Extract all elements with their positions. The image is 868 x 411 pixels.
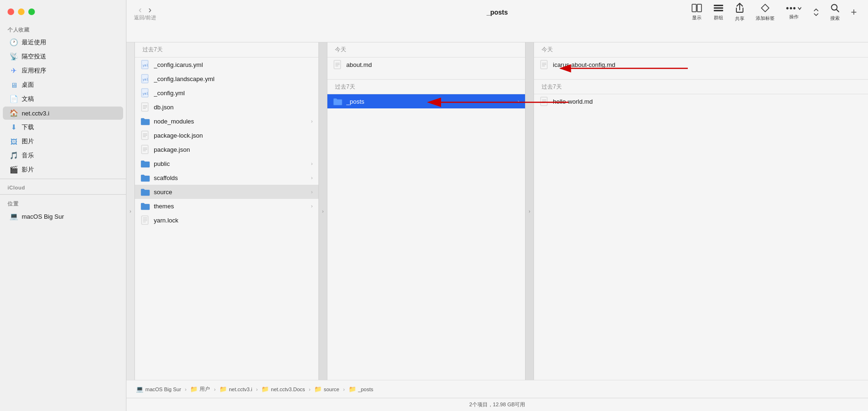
path-item-posts[interactable]: 📁 _posts <box>347 385 375 394</box>
yaml-file-icon: yml <box>141 88 150 98</box>
sidebar-item-home[interactable]: 🏠 net.cctv3.i <box>3 107 123 120</box>
chevron-right-icon: › <box>311 203 313 209</box>
path-item-macos[interactable]: 💻 macOS Big Sur <box>134 385 183 394</box>
path-item-source[interactable]: 📁 source <box>312 385 341 394</box>
file-item-icarus-about[interactable]: icarus-about-config.md <box>534 58 868 72</box>
file-item-package-lock[interactable]: package-lock.json <box>135 128 318 142</box>
file-column-1: 过去7天 yml _config.icarus.yml yml <box>135 42 319 380</box>
back-button[interactable]: ‹ <box>136 4 145 15</box>
yaml-file-icon: yml <box>141 60 150 69</box>
doc-file-icon <box>141 215 150 225</box>
forward-button[interactable]: › <box>146 4 155 15</box>
chevron-right-icon: › <box>311 118 313 124</box>
nav-label: 返回/前进 <box>134 14 156 21</box>
path-label: 用户 <box>200 386 210 393</box>
path-item-netcctv3i[interactable]: 📁 net.cctv3.i <box>217 385 254 394</box>
path-item-netcctv3docs[interactable]: 📁 net.cctv3.Docs <box>259 385 307 394</box>
sidebar-item-airdrop[interactable]: 📡 隔空投送 <box>3 50 123 63</box>
svg-text:yml: yml <box>142 92 149 96</box>
file-item-yarn-lock[interactable]: yarn.lock <box>135 213 318 227</box>
status-bar: 2个项目，12.98 GB可用 <box>126 398 868 411</box>
folder-icon <box>141 173 150 182</box>
tag-label: 添加标签 <box>756 15 775 22</box>
expand-action[interactable] <box>808 6 825 18</box>
toolbar-top: ‹ › 返回/前进 _posts 显示 <box>126 0 868 25</box>
column-header-today-2: 今天 <box>327 42 525 58</box>
sidebar-item-music[interactable]: 🎵 音乐 <box>3 149 123 162</box>
sidebar-item-apps[interactable]: ✈ 应用程序 <box>3 64 123 77</box>
path-label: net.cctv3.i <box>229 386 252 392</box>
collapse-chevron-icon: › <box>529 209 530 214</box>
doc-file-icon <box>540 97 549 106</box>
file-name: hello-world.md <box>553 98 862 105</box>
sidebar-item-desktop[interactable]: 🖥 桌面 <box>3 78 123 91</box>
mac-path-icon: 💻 <box>136 386 143 393</box>
section-gap <box>327 75 525 79</box>
svg-text:yml: yml <box>142 64 149 67</box>
collapse-handle-1[interactable]: › <box>319 42 327 380</box>
file-item-config-yml[interactable]: yml _config.yml <box>135 86 318 100</box>
tag-action[interactable]: 添加标签 <box>750 1 780 24</box>
sidebar-item-label: 下载 <box>22 123 34 132</box>
home-icon: 🏠 <box>9 109 18 117</box>
file-item-hello-world[interactable]: hello-world.md <box>534 94 868 108</box>
file-item-source[interactable]: source › <box>135 185 318 199</box>
folder-icon <box>141 201 150 211</box>
path-item-user[interactable]: 📁 用户 <box>188 385 212 394</box>
file-name: _config.icarus.yml <box>154 61 313 68</box>
display-action[interactable]: 显示 <box>686 2 708 23</box>
close-button[interactable] <box>8 8 14 15</box>
file-name: yarn.lock <box>154 217 313 224</box>
share-action[interactable]: 共享 <box>729 1 750 24</box>
collapse-chevron-icon: › <box>130 209 131 214</box>
file-item-config-icarus[interactable]: yml _config.icarus.yml <box>135 58 318 72</box>
more-action[interactable]: ••• 操作 <box>780 2 808 22</box>
sidebar-item-macos[interactable]: 💻 macOS Big Sur <box>3 210 123 223</box>
folder-path-icon: 📁 <box>314 386 322 393</box>
group-action[interactable]: 群组 <box>708 2 729 23</box>
sidebar-item-photos[interactable]: 🖼 图片 <box>3 135 123 148</box>
file-name: public <box>154 160 307 167</box>
apps-icon: ✈ <box>9 66 18 75</box>
sidebar-item-movies[interactable]: 🎬 影片 <box>3 163 123 176</box>
file-name: scaffolds <box>154 174 307 181</box>
collapse-handle-2[interactable]: › <box>526 42 534 380</box>
file-item-public[interactable]: public › <box>135 156 318 171</box>
file-item-themes[interactable]: themes › <box>135 199 318 213</box>
svg-rect-26 <box>142 216 148 224</box>
file-name: themes <box>154 203 307 210</box>
sidebar-item-recent[interactable]: 🕐 最近使用 <box>3 36 123 49</box>
doc-file-icon <box>141 145 150 154</box>
folder-icon <box>141 187 150 197</box>
sidebar-item-label: macOS Big Sur <box>22 213 64 220</box>
main-area: ‹ › 返回/前进 _posts 显示 <box>126 0 868 411</box>
file-item-scaffolds[interactable]: scaffolds › <box>135 171 318 185</box>
minimize-button[interactable] <box>18 8 25 15</box>
file-column-3: 今天 icarus-about-config.md 过去7天 <box>534 42 868 380</box>
file-name: node_modules <box>154 118 307 125</box>
file-item-node-modules[interactable]: node_modules › <box>135 114 318 128</box>
path-separator: › <box>214 386 216 392</box>
chevron-down-icon <box>797 6 802 11</box>
folder-path-icon: 📁 <box>349 386 356 393</box>
share-icon <box>735 3 744 15</box>
maximize-button[interactable] <box>28 8 35 15</box>
more-label: 操作 <box>789 14 799 20</box>
sidebar-item-downloads[interactable]: ⬇ 下载 <box>3 121 123 134</box>
yaml-file-icon: yml <box>141 74 150 83</box>
add-button[interactable]: + <box>847 6 860 19</box>
file-item-db-json[interactable]: db.json <box>135 100 318 114</box>
file-item-package-json[interactable]: package.json <box>135 142 318 156</box>
toolbar-title: _posts <box>486 8 508 16</box>
search-action[interactable]: 搜索 <box>825 1 845 24</box>
video-icon: 🎬 <box>9 165 18 174</box>
file-item-about-md[interactable]: about.md <box>327 58 525 72</box>
more-icon: ••• <box>786 4 796 13</box>
mac-icon: 💻 <box>9 212 18 221</box>
file-name: _posts <box>346 98 514 105</box>
file-item-config-landscape[interactable]: yml _config.landscape.yml <box>135 72 318 86</box>
collapse-handle-0[interactable]: › <box>126 42 135 380</box>
sidebar: 个人收藏 🕐 最近使用 📡 隔空投送 ✈ 应用程序 🖥 桌面 📄 文稿 🏠 ne… <box>0 0 126 411</box>
file-item-posts[interactable]: _posts › <box>327 94 525 108</box>
sidebar-item-docs[interactable]: 📄 文稿 <box>3 92 123 106</box>
